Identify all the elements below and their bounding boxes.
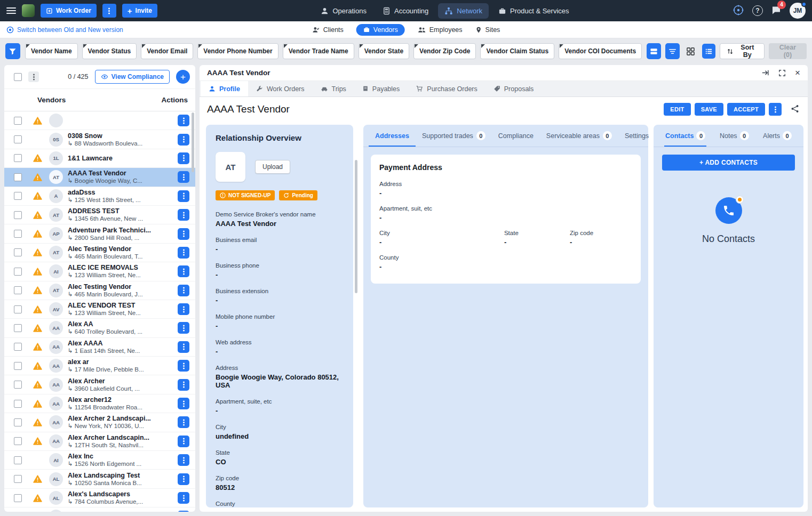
tab-employees[interactable]: Employees	[418, 26, 463, 34]
row-actions-button[interactable]	[178, 285, 189, 296]
vendor-list-scrollbar[interactable]	[192, 112, 194, 172]
row-checkbox[interactable]	[14, 248, 22, 256]
vendor-row[interactable]: AA alex ar ↳ 17 Mile Drive, Pebble B...	[4, 357, 195, 375]
vendor-row[interactable]: AI ALEC ICE REMOVALS ↳ 123 William Stree…	[4, 262, 195, 281]
row-checkbox[interactable]	[14, 343, 22, 351]
contacts-tab[interactable]: Alerts 0	[762, 125, 793, 147]
list-options-button[interactable]	[28, 71, 39, 82]
vendor-row[interactable]: AL Alex's Landscapers ↳ 784 Columbus Ave…	[4, 489, 195, 507]
row-actions-button[interactable]	[178, 416, 189, 428]
more-actions-button[interactable]	[769, 103, 782, 116]
address-tab[interactable]: Addresses	[369, 125, 416, 147]
action-button[interactable]: ACCEPT	[727, 103, 765, 116]
work-order-button[interactable]: Work Order	[41, 4, 97, 18]
row-checkbox[interactable]	[14, 437, 22, 445]
row-checkbox[interactable]	[14, 286, 22, 294]
nav-item-accounting[interactable]: Accounting	[376, 3, 435, 19]
vendor-row[interactable]: A adaDsss ↳ 125 West 18th Street, ...	[4, 187, 195, 206]
row-checkbox[interactable]	[14, 211, 22, 219]
invite-button[interactable]: + Invite	[122, 4, 157, 18]
nav-item-product-services[interactable]: Product & Services	[492, 3, 576, 19]
expand-button[interactable]	[778, 69, 786, 77]
address-tab[interactable]: Settings	[618, 125, 655, 147]
row-checkbox[interactable]	[14, 268, 22, 276]
row-actions-button[interactable]	[178, 152, 189, 164]
tab-trips[interactable]: Trips	[313, 81, 354, 96]
contacts-tab[interactable]: Contacts 0	[664, 125, 706, 147]
row-checkbox[interactable]	[14, 456, 22, 464]
row-actions-button[interactable]	[178, 134, 189, 146]
contacts-tab[interactable]: Notes 0	[719, 125, 750, 147]
tab-vendors[interactable]: Vendors	[356, 24, 405, 36]
share-button[interactable]	[791, 104, 799, 115]
row-actions-button[interactable]	[178, 341, 189, 353]
upload-button[interactable]: Upload	[255, 160, 290, 174]
row-actions-button[interactable]	[178, 360, 189, 372]
filter-chip[interactable]: Vendor Claim Status	[480, 43, 554, 59]
sort-by-button[interactable]: Sort By	[720, 43, 765, 59]
filter-chip[interactable]: Vendor Phone Number	[197, 43, 278, 59]
switch-version-link[interactable]: Switch between Old and New version	[6, 26, 123, 34]
row-checkbox[interactable]	[14, 117, 22, 125]
row-actions-button[interactable]	[178, 228, 189, 240]
row-checkbox[interactable]	[14, 362, 22, 370]
add-contacts-button[interactable]: + ADD CONTACTS	[662, 155, 795, 171]
tab-payables[interactable]: Payables	[354, 81, 408, 96]
action-button[interactable]: SAVE	[695, 103, 723, 116]
add-vendor-button[interactable]: +	[176, 70, 190, 84]
filter-chip[interactable]: Vendor Trade Name	[283, 43, 354, 59]
row-actions-button[interactable]	[178, 190, 189, 202]
help-button[interactable]: ?	[752, 5, 763, 16]
row-actions-button[interactable]	[178, 303, 189, 315]
vendor-row[interactable]: AP Adventure Park Technici... ↳ 2800 San…	[4, 224, 195, 243]
row-actions-button[interactable]	[178, 511, 189, 512]
filter-chip[interactable]: Vendor COI Documents	[559, 43, 642, 59]
row-actions-button[interactable]	[178, 115, 189, 126]
row-checkbox[interactable]	[14, 400, 22, 408]
tab-sites[interactable]: Sites	[475, 26, 500, 34]
row-actions-button[interactable]	[178, 209, 189, 221]
row-actions-button[interactable]	[178, 436, 189, 447]
row-checkbox[interactable]	[14, 475, 22, 483]
filter-funnel-button[interactable]	[5, 43, 20, 59]
address-tab[interactable]: Serviceable areas 0	[540, 125, 618, 147]
row-checkbox[interactable]	[14, 135, 22, 143]
close-button[interactable]: ×	[795, 68, 800, 77]
row-actions-button[interactable]	[178, 398, 189, 409]
tab-proposals[interactable]: Proposals	[485, 81, 542, 96]
collapse-right-button[interactable]	[761, 69, 769, 77]
user-avatar[interactable]: JM	[790, 3, 806, 19]
address-tab[interactable]: Supported trades 0	[416, 125, 492, 147]
tab-work-orders[interactable]: Work Orders	[248, 81, 313, 96]
filter-chip[interactable]: Vendor State	[359, 43, 409, 59]
filter-chip[interactable]: Vendor Status	[82, 43, 137, 59]
vendor-row[interactable]: AT Alec Testing Vendor ↳ 465 Marin Boule…	[4, 281, 195, 300]
row-checkbox[interactable]	[14, 494, 22, 502]
row-checkbox[interactable]	[14, 154, 22, 162]
vendor-row[interactable]: 1L 1&1 Lawncare	[4, 149, 195, 168]
vendor-row[interactable]: AT AAAA Test Vendor ↳ Boogie Woogie Way,…	[4, 168, 195, 187]
row-actions-button[interactable]	[178, 473, 189, 485]
vendor-row[interactable]: 0S 0308 Snow ↳ 88 Wadsworth Bouleva...	[4, 130, 195, 149]
grid-view-button[interactable]	[684, 44, 697, 59]
row-actions-button[interactable]	[178, 492, 189, 504]
nav-item-operations[interactable]: Operations	[314, 3, 373, 19]
row-checkbox[interactable]	[14, 230, 22, 238]
list-view-button[interactable]	[702, 44, 715, 59]
row-actions-button[interactable]	[178, 265, 189, 277]
vendor-row[interactable]: AV ALEC VENDOR TEST ↳ 123 William Street…	[4, 300, 195, 319]
row-checkbox[interactable]	[14, 192, 22, 200]
card-view-button[interactable]	[647, 43, 661, 59]
dispatch-compass-button[interactable]	[733, 4, 744, 18]
vendor-row[interactable]: AA Alex AAAA ↳ 1 East 14th Street, Ne...	[4, 338, 195, 357]
row-actions-button[interactable]	[178, 379, 189, 391]
row-actions-button[interactable]	[178, 247, 189, 259]
filter-settings-button[interactable]	[665, 43, 680, 59]
work-order-more-button[interactable]	[102, 4, 116, 18]
clear-filters-button[interactable]: Clear (0)	[769, 43, 807, 59]
action-button[interactable]: EDIT	[664, 103, 690, 116]
vendor-row[interactable]: AA Alex Archer Landscapin... ↳ 12TH Sout…	[4, 432, 195, 451]
vendor-row[interactable]: AA Alex AA ↳ 640 Trolley Boulevard, ...	[4, 319, 195, 337]
row-checkbox[interactable]	[14, 324, 22, 332]
vendor-row[interactable]: AT Alex test	[4, 507, 195, 512]
